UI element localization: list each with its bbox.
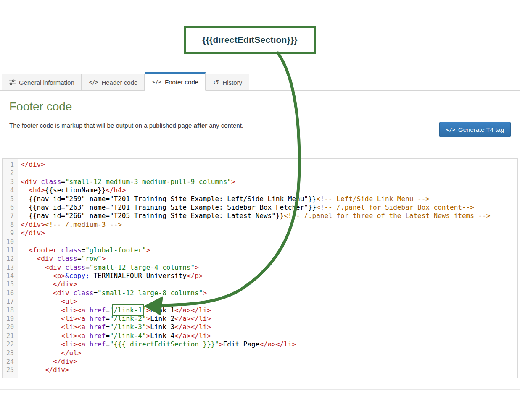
code-icon: </> <box>89 79 98 85</box>
code-token: </a> <box>174 306 191 314</box>
code-token: <!-- /.panel for Sidebar Box content--> <box>316 203 474 211</box>
line-number: 19 <box>3 315 14 323</box>
code-token: <ul> <box>61 297 77 305</box>
line-number: 4 <box>3 186 14 194</box>
code-token <box>21 332 61 340</box>
history-icon: ↺ <box>213 79 219 86</box>
code-token: > <box>146 246 150 254</box>
code-token <box>21 246 29 254</box>
code-line[interactable]: <li><a href="/link-2">Link 2</a></li> <box>21 315 515 323</box>
line-number: 23 <box>3 349 14 357</box>
code-token: "/link-2" <box>110 315 146 323</box>
code-token: TERMINALFOUR University <box>90 272 187 280</box>
code-line[interactable]: </ul> <box>21 349 515 357</box>
code-line[interactable]: {{nav id="263" name="T201 Training Site … <box>21 203 515 212</box>
code-token: </div> <box>21 160 45 168</box>
code-token <box>85 315 90 323</box>
code-line[interactable]: <li><a href="/link-4">Link 4</a></li> <box>21 332 515 340</box>
code-line[interactable]: </div> <box>21 357 515 366</box>
code-token: <p> <box>53 272 65 280</box>
code-token: <!-- /.medium-3 --> <box>45 220 122 228</box>
code-token: > <box>219 340 223 348</box>
code-token: &copy; <box>65 272 90 280</box>
code-token: </a> <box>174 323 191 331</box>
code-token: </a> <box>174 315 191 323</box>
line-number: 13 <box>3 263 14 272</box>
code-icon: </> <box>152 79 161 85</box>
code-token: <!-- Left/Side Link Menu --> <box>316 195 430 203</box>
code-token: Link 1 <box>150 306 174 314</box>
code-token: href <box>90 332 106 340</box>
code-token: "global-footer" <box>85 246 146 254</box>
code-token: <div <box>21 178 37 186</box>
line-number: 8 <box>3 220 14 229</box>
code-token: </div> <box>53 280 77 288</box>
code-token: = <box>85 263 90 271</box>
code-token: {{nav id="266" name="T205 Training Site … <box>21 212 284 220</box>
code-token: Edit Page <box>223 340 260 348</box>
code-line[interactable]: <h4>{{sectionName}}</h4> <box>21 186 515 194</box>
code-area[interactable]: </div> <div class="small-12 medium-3 med… <box>18 159 517 378</box>
code-token: > <box>203 289 207 297</box>
description-bold: after <box>194 122 208 129</box>
code-line[interactable]: </div> <box>21 229 515 237</box>
code-token <box>21 340 61 348</box>
code-token: <li> <box>61 332 77 340</box>
line-number-gutter: 1234567891011121314151617181920212223242… <box>3 159 18 378</box>
code-line[interactable]: </div> <box>21 366 515 374</box>
code-line[interactable]: <div class="small-12 large-8 columns"> <box>21 289 515 297</box>
code-token: <a <box>77 306 85 314</box>
code-line[interactable]: </div> <box>21 160 515 169</box>
code-token <box>85 306 90 314</box>
code-token: " <box>142 306 146 314</box>
code-token <box>21 323 61 331</box>
code-token <box>69 289 74 297</box>
code-token: <div <box>53 289 69 297</box>
tab-history[interactable]: ↺ History <box>206 74 249 90</box>
code-token <box>21 263 45 271</box>
code-line[interactable]: <footer class="global-footer"> <box>21 246 515 255</box>
code-line[interactable]: <li><a href="{{{ directEditSection }}}">… <box>21 340 515 349</box>
tab-general-information[interactable]: General information <box>2 74 82 90</box>
code-token: "row" <box>82 255 102 262</box>
code-line[interactable]: <li><a href="/link-3">Link 3</a></li> <box>21 323 515 331</box>
code-token: </li> <box>191 315 211 323</box>
code-token <box>21 357 53 365</box>
code-token <box>21 306 61 314</box>
line-number: 24 <box>3 357 14 366</box>
code-line[interactable]: <div class="small-12 large-4 columns"> <box>21 263 515 272</box>
code-line[interactable]: </div> <box>21 280 515 289</box>
code-line[interactable] <box>21 238 515 246</box>
code-token: </div> <box>21 220 45 228</box>
code-icon: </> <box>446 127 455 133</box>
tab-label: History <box>222 79 242 86</box>
code-line[interactable]: <div class="small-12 medium-3 medium-pul… <box>21 178 515 186</box>
code-line[interactable]: <li><a href="/link-1">Link 1</a></li> <box>21 306 515 315</box>
tab-header-code[interactable]: </> Header code <box>82 74 145 90</box>
line-number: 16 <box>3 289 14 297</box>
code-line[interactable]: {{nav id="266" name="T205 Training Site … <box>21 212 515 220</box>
code-token: <li> <box>61 340 77 348</box>
code-token: "{{{ directEditSection }}}" <box>110 340 219 348</box>
tab-label: Footer code <box>165 79 198 86</box>
code-token: </p> <box>187 272 203 280</box>
code-line[interactable]: <div class="row"> <box>21 255 515 263</box>
code-editor[interactable]: 1234567891011121314151617181920212223242… <box>2 158 518 378</box>
code-token: = <box>106 306 110 314</box>
generate-t4-tag-button[interactable]: </> Generate T4 tag <box>439 122 511 137</box>
generate-button-label: Generate T4 tag <box>458 126 504 133</box>
code-token: "small-12 medium-3 medium-pull-9 columns… <box>65 178 231 186</box>
code-line[interactable] <box>21 169 515 177</box>
code-line[interactable]: </div><!-- /.medium-3 --> <box>21 220 515 229</box>
code-token: = <box>82 246 86 254</box>
code-token: class <box>41 178 61 186</box>
code-line[interactable]: {{nav id="259" name="T201 Training Site … <box>21 195 515 203</box>
code-token <box>57 246 61 254</box>
tab-footer-code[interactable]: </> Footer code <box>145 72 206 91</box>
code-token: <li> <box>61 323 77 331</box>
code-token: " <box>110 306 114 314</box>
code-token <box>21 315 61 323</box>
code-line[interactable]: <p>&copy; TERMINALFOUR University</p> <box>21 272 515 280</box>
code-token: <footer <box>29 246 57 254</box>
code-line[interactable]: <ul> <box>21 297 515 306</box>
